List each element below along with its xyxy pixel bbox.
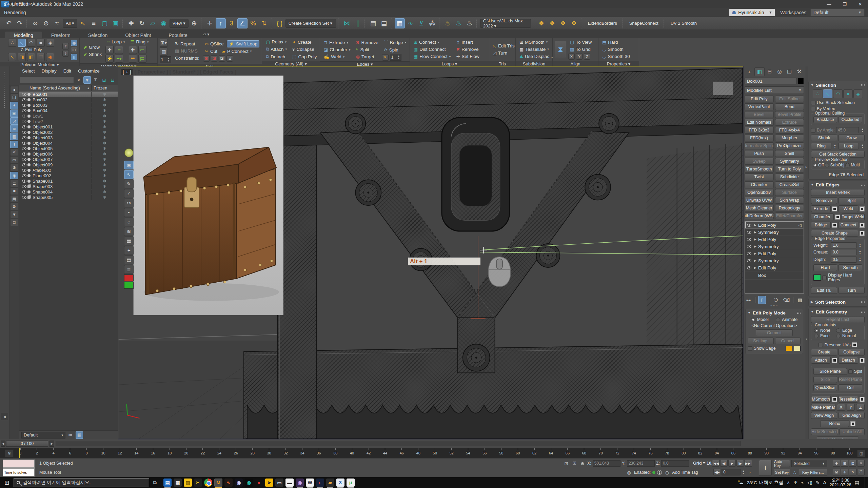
visibility-eye-icon[interactable]: [22, 169, 26, 172]
split-checkbox[interactable]: [848, 369, 853, 374]
object-name[interactable]: Object005: [33, 146, 91, 151]
extrude-dropdown[interactable]: ⇈Extrude▾: [322, 39, 352, 46]
rollout-header[interactable]: ▼Edit Poly Mode: [746, 309, 803, 317]
modifier-button[interactable]: Normalize Spline: [745, 142, 774, 149]
dot-loop-dropdown-icon[interactable]: ╍▾: [115, 55, 123, 63]
to-grid-button[interactable]: ▦To Grid: [568, 46, 593, 53]
ring-grow-icon[interactable]: ✚: [129, 46, 137, 54]
curve-editor-icon[interactable]: ∿: [406, 18, 416, 28]
set-key-big-button[interactable]: +: [759, 460, 772, 476]
track-bar[interactable]: ≋ 02468101214161820222426283032343638404…: [0, 448, 868, 458]
collapse-stack-down-icon[interactable]: ⇓: [62, 50, 69, 57]
display-containers-icon[interactable]: ▭: [10, 156, 18, 164]
collapse-button[interactable]: ⩔Collapse: [291, 46, 318, 53]
user-account-chip[interactable]: ☗ Hyunsuk Jin ▼: [729, 9, 775, 16]
frozen-column-header[interactable]: Frozen: [91, 85, 118, 91]
expand-tree-icon[interactable]: ⊞: [100, 76, 108, 84]
display-app-icon[interactable]: ▭: [275, 479, 283, 487]
loop-tool-icon[interactable]: ◌: [124, 218, 134, 226]
name-column-header[interactable]: Name (Sorted Ascending): [29, 85, 80, 90]
remove-loop-button[interactable]: ✖Remove: [454, 46, 481, 53]
modifier-button[interactable]: ProOptimizer: [775, 142, 804, 149]
select-object-icon[interactable]: ↖: [78, 18, 88, 28]
undo-icon[interactable]: ↶: [4, 18, 14, 28]
expand-arrow-icon[interactable]: ▶: [754, 252, 756, 255]
modifier-button[interactable]: PathDeform (WSM): [745, 212, 774, 219]
select-and-place-icon[interactable]: ◉: [159, 18, 169, 28]
planar-y-button[interactable]: Y: [847, 404, 855, 411]
section-label[interactable]: Edges ▾: [320, 61, 410, 67]
modify-tab[interactable]: ◧: [754, 67, 765, 76]
constraint-normal-radio[interactable]: [836, 334, 841, 338]
notification-center-icon[interactable]: ▤: [855, 480, 859, 485]
weld-settings-icon[interactable]: [860, 206, 865, 211]
clear-search-icon[interactable]: ✕: [75, 76, 82, 84]
select-and-scale-icon[interactable]: ▱: [148, 18, 158, 28]
modifier-button[interactable]: Subdivide: [775, 174, 804, 180]
start-button[interactable]: ⊞: [0, 477, 14, 488]
make-planar-button[interactable]: Make Planar: [811, 404, 835, 411]
relax-dropdown[interactable]: ▢Relax▾: [264, 39, 289, 45]
rollout-header[interactable]: ▼Edit Edges: [809, 181, 867, 188]
red-color-swatch[interactable]: [124, 274, 134, 281]
hard-edge-color-swatch[interactable]: [813, 274, 821, 281]
scene-object-row[interactable]: Shape003 ✻: [19, 184, 118, 189]
tessellate-button[interactable]: Tessellate: [839, 396, 858, 403]
section-label[interactable]: Loops ▾: [410, 61, 489, 66]
toolbar-icon[interactable]: [622, 18, 624, 28]
mini-curve-editor-icon[interactable]: ≋: [5, 449, 14, 458]
border-subobject-icon[interactable]: ◠: [27, 39, 35, 47]
modifier-eye-icon[interactable]: [747, 238, 751, 241]
set-key-button[interactable]: Set Key: [774, 469, 790, 476]
select-and-link-icon[interactable]: ∞: [30, 18, 40, 28]
mirror-icon[interactable]: ⋈: [342, 18, 352, 28]
soft-selection-falloff-icon[interactable]: ◉: [46, 53, 54, 61]
material-view-icon[interactable]: ■: [10, 187, 18, 195]
object-name[interactable]: Box001: [33, 92, 91, 97]
occluded-button[interactable]: Occluded: [839, 116, 862, 123]
named-selection-set-field[interactable]: Create Selection Set ▾: [285, 19, 336, 28]
weight-spinner[interactable]: ▲▼: [858, 242, 862, 248]
smooth30-button[interactable]: ◡Smooth 30: [600, 53, 632, 60]
bridge-button[interactable]: Bridge: [811, 222, 831, 228]
grid-align-button[interactable]: Grid Align: [839, 412, 865, 419]
key-steps-icon[interactable]: ∴: [791, 469, 798, 476]
frozen-snowflake-icon[interactable]: ✻: [91, 184, 118, 189]
macro-recorder-field[interactable]: [3, 460, 35, 468]
pin-stack-icon[interactable]: ⊶: [71, 47, 77, 53]
rollout-header[interactable]: ▼Selection: [809, 81, 867, 89]
collapse-tree-icon[interactable]: ⊟: [109, 76, 116, 84]
edit-set-icon[interactable]: ≔: [67, 431, 74, 439]
toolbar-icon[interactable]: [364, 18, 367, 28]
constraint-face-icon[interactable]: ◪: [219, 55, 225, 62]
taskbar-clock[interactable]: 오전 3:382021-07-28: [830, 478, 851, 487]
visibility-eye-icon[interactable]: [22, 185, 26, 188]
object-name[interactable]: Object009: [33, 162, 91, 167]
maximize-viewport-icon[interactable]: ⛶: [857, 469, 865, 475]
loop-spinner[interactable]: ▲▼: [860, 143, 865, 149]
display-tab[interactable]: ▢: [785, 67, 794, 76]
constraint-normal-icon[interactable]: ⊿: [226, 55, 233, 62]
visibility-eye-icon[interactable]: [22, 115, 26, 118]
hard-edges-button[interactable]: ⬒Hard: [600, 39, 632, 45]
hide-unselected-button[interactable]: Hide Unselected: [817, 436, 859, 439]
green-color-swatch[interactable]: [124, 282, 134, 289]
display-cameras-icon[interactable]: ▣: [10, 109, 18, 117]
isolate-bulb-icon[interactable]: [124, 148, 133, 157]
pconnect-button[interactable]: ▰P Connect▾: [220, 48, 253, 55]
bind-to-spacewarp-icon[interactable]: ≈: [52, 18, 62, 28]
material-editor-icon[interactable]: ⁂: [427, 18, 437, 28]
create-button[interactable]: ✦Create: [291, 39, 318, 45]
display-spacewarps-icon[interactable]: ≋: [10, 125, 18, 133]
paint-app-icon[interactable]: ∿: [224, 479, 233, 487]
visibility-eye-icon[interactable]: [22, 104, 26, 107]
modifier-button[interactable]: VertexPaint: [745, 103, 774, 110]
list-view-icon[interactable]: ≣: [10, 180, 18, 187]
scene-object-row[interactable]: Object007 ✻: [19, 157, 118, 162]
shrink-button[interactable]: Shrink: [811, 135, 837, 141]
planar-x-button[interactable]: X: [837, 404, 845, 411]
backface-button[interactable]: Backface: [813, 116, 837, 123]
select-cage-icon[interactable]: ⬚: [37, 53, 45, 61]
isolate-selection-icon[interactable]: ⊡: [563, 460, 570, 467]
ribbon-minimize-icon[interactable]: ▱ ▾: [203, 32, 210, 38]
